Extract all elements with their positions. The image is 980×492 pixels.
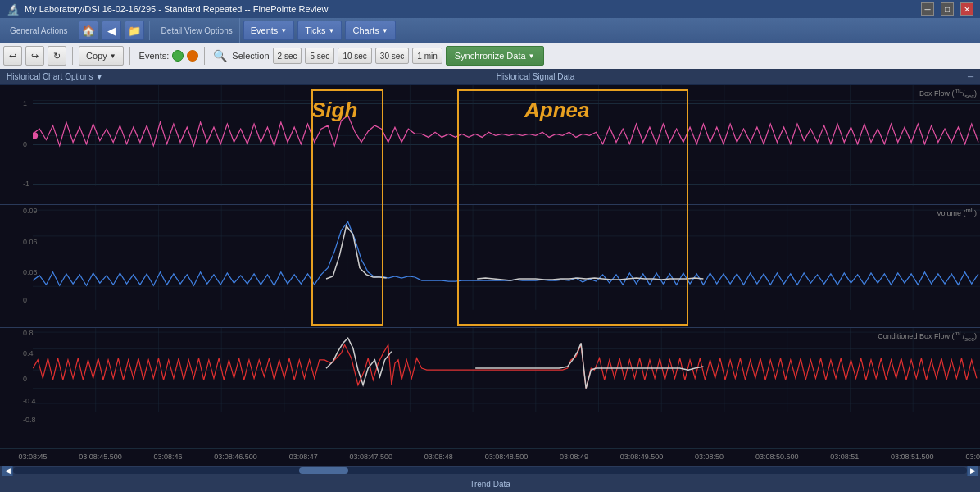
window-title: My Laboratory/DSI 16-02-16/295 - Standar…	[25, 4, 329, 14]
conditioned-box-flow-label: Conditioned Box Flow (mL/sec)	[878, 330, 977, 343]
toolbar-row2: ↩ ↪ ↻ Copy ▼ Events: 🔍 Selection 2 sec 5…	[0, 43, 980, 69]
volume-y-tick-0: 0	[23, 296, 27, 304]
time-tick-0: 03:08:45	[18, 453, 47, 461]
time-tick-13: 03:08:51.500	[891, 453, 934, 461]
time-axis: 03:08:45 03:08:45.500 03:08:46 03:08:46.…	[0, 448, 980, 466]
scrollbar-track[interactable]	[13, 467, 967, 474]
close-button[interactable]: ✕	[960, 2, 973, 16]
synchronize-data-button[interactable]: Synchronize Data ▼	[446, 46, 544, 66]
box-flow-y-tick-1: 1	[23, 99, 27, 107]
events-add-icon[interactable]	[172, 50, 184, 61]
time-10s-button[interactable]: 10 sec	[338, 48, 371, 64]
home-button[interactable]: 🏠	[79, 20, 98, 40]
chart-minimize-button[interactable]: ─	[968, 72, 973, 81]
horizontal-scrollbar[interactable]: ◀ ▶	[0, 466, 980, 476]
minimize-button[interactable]: ─	[921, 2, 934, 16]
time-30s-button[interactable]: 30 sec	[375, 48, 409, 64]
conditioned-y-tick-neg08: -0.8	[23, 416, 36, 424]
box-flow-y-tick-neg1: -1	[23, 180, 29, 188]
trend-data-label: Trend Data	[470, 480, 510, 489]
scrollbar-thumb[interactable]	[299, 467, 348, 474]
time-tick-5: 03:08:47.500	[350, 453, 393, 461]
conditioned-panel: 0.8 0.4 0 -0.4 -0.8 Conditioned Box Flow…	[0, 328, 980, 430]
svg-point-17	[33, 132, 38, 139]
time-tick-9: 03:08:49.500	[620, 453, 664, 461]
bottom-bar: Trend Data	[0, 476, 980, 492]
charts-button[interactable]: Charts ▼	[345, 20, 395, 40]
selection-label: Selection	[232, 51, 269, 61]
events-dropdown-arrow: ▼	[280, 27, 287, 34]
back-button[interactable]: ◀	[102, 20, 121, 40]
chart-options-label[interactable]: Historical Chart Options ▼	[7, 72, 103, 81]
events-button[interactable]: Events ▼	[243, 20, 295, 40]
time-tick-7: 03:08:48.500	[485, 453, 529, 461]
search-button[interactable]: 🔍	[211, 47, 229, 65]
conditioned-y-tick-04: 0.4	[23, 349, 34, 358]
time-tick-2: 03:08:46	[154, 453, 183, 461]
refresh-button[interactable]: ↻	[48, 46, 66, 66]
maximize-button[interactable]: □	[941, 2, 954, 16]
volume-panel: 0.09 0.06 0.03 0 Volume (mL)	[0, 205, 980, 328]
events-edit-icon[interactable]	[187, 50, 198, 61]
charts-area: 1 0 -1 Box Flow (mL/sec)	[0, 85, 980, 448]
time-1m-button[interactable]: 1 min	[412, 48, 442, 64]
time-tick-4: 03:08:47	[289, 453, 318, 461]
chart-title: Historical Signal Data	[497, 72, 575, 81]
copy-button[interactable]: Copy ▼	[79, 46, 124, 66]
detail-view-options-label: Detail View Options	[155, 18, 240, 43]
undo-button[interactable]: ↩	[3, 46, 22, 66]
time-tick-12: 03:08:51	[830, 453, 859, 461]
time-tick-6: 03:08:48	[424, 453, 453, 461]
time-tick-11: 03:08:50.500	[755, 453, 799, 461]
time-tick-10: 03:08:50	[695, 453, 724, 461]
sync-dropdown-arrow: ▼	[529, 52, 535, 60]
volume-chart	[33, 205, 980, 310]
scroll-right-button[interactable]: ▶	[967, 465, 978, 476]
time-tick-8: 03:08:49	[560, 453, 588, 461]
general-actions-label: General Actions	[3, 18, 75, 43]
time-tick-1: 03:08:45.500	[79, 453, 122, 461]
ticks-dropdown-arrow: ▼	[329, 27, 335, 34]
chart-header: Historical Chart Options ▼ Historical Si…	[0, 69, 980, 85]
scroll-left-button[interactable]: ◀	[2, 465, 13, 476]
time-2s-button[interactable]: 2 sec	[273, 48, 302, 64]
ticks-button[interactable]: Ticks ▼	[297, 20, 342, 40]
copy-dropdown-arrow: ▼	[110, 52, 116, 60]
redo-button[interactable]: ↪	[25, 46, 44, 66]
time-5s-button[interactable]: 5 sec	[305, 48, 334, 64]
charts-dropdown-arrow: ▼	[382, 27, 388, 34]
conditioned-y-tick-08: 0.8	[23, 329, 34, 337]
box-flow-panel: 1 0 -1 Box Flow (mL/sec)	[0, 85, 980, 205]
conditioned-chart	[33, 328, 980, 412]
conditioned-y-tick-0: 0	[23, 375, 27, 383]
title-bar: 🔬 My Laboratory/DSI 16-02-16/295 - Stand…	[0, 0, 980, 18]
events-label: Events:	[139, 51, 170, 61]
folder-button[interactable]: 📁	[125, 20, 144, 40]
time-tick-14: 03:08:52	[965, 453, 980, 461]
toolbar-row1: General Actions 🏠 ◀ 📁 Detail View Option…	[0, 18, 980, 43]
time-tick-3: 03:08:46.500	[214, 453, 257, 461]
box-flow-label: Box Flow (mL/sec)	[919, 87, 977, 100]
box-flow-chart	[33, 85, 980, 186]
box-flow-y-tick-0: 0	[23, 140, 27, 148]
main-area: 1 0 -1 Box Flow (mL/sec)	[0, 85, 980, 492]
volume-label: Volume (mL)	[937, 207, 977, 217]
